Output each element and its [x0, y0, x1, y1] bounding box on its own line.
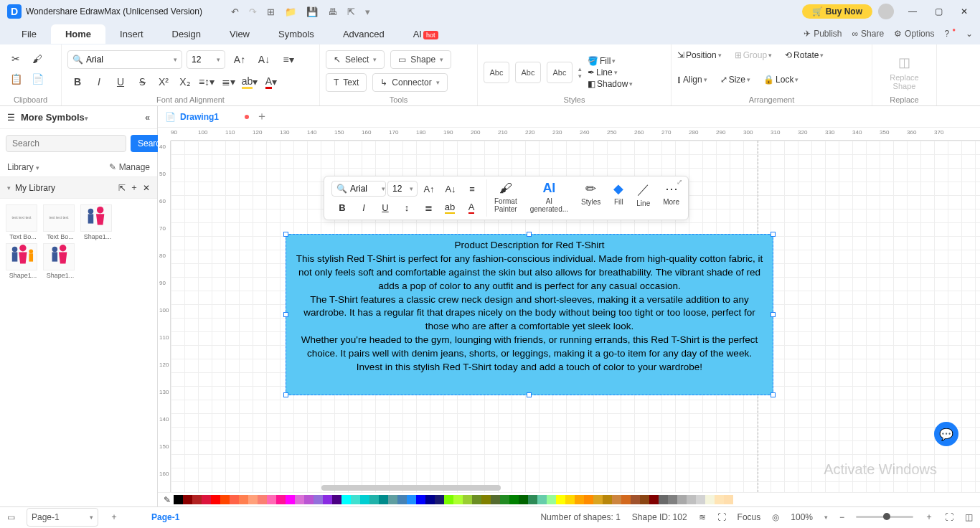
manage-button[interactable]: ✎ Manage: [109, 162, 150, 172]
new-tab-button[interactable]: ＋: [256, 109, 268, 124]
print-icon[interactable]: 🖶: [328, 6, 337, 17]
tab-file[interactable]: File: [7, 24, 51, 44]
color-swatch[interactable]: [547, 495, 556, 504]
add-page-button[interactable]: ＋: [110, 511, 118, 523]
style-preset-3[interactable]: Abc: [547, 62, 573, 83]
mylib-export-icon[interactable]: ⇱: [118, 183, 126, 193]
new-icon[interactable]: ⊞: [267, 6, 275, 17]
page-layout-icon[interactable]: ▭: [7, 512, 15, 522]
color-swatch[interactable]: [174, 495, 183, 504]
color-swatch[interactable]: [351, 495, 360, 504]
font-name-combo[interactable]: 🔍▾: [67, 50, 182, 69]
collapse-sidebar-icon[interactable]: «: [145, 113, 150, 123]
color-swatch[interactable]: [481, 495, 491, 504]
resize-handle[interactable]: [771, 392, 776, 397]
buy-now-button[interactable]: 🛒 Buy Now: [802, 4, 872, 19]
color-swatch[interactable]: [696, 495, 705, 504]
tab-home[interactable]: Home: [51, 24, 105, 44]
color-swatch[interactable]: [603, 495, 612, 504]
export-icon[interactable]: ⇱: [347, 6, 355, 17]
increase-font-icon[interactable]: A↑: [230, 51, 250, 68]
zoom-in-button[interactable]: ＋: [925, 511, 933, 523]
style-preset-2[interactable]: Abc: [515, 62, 541, 83]
float-inc-font-icon[interactable]: A↑: [419, 181, 439, 197]
user-avatar[interactable]: [878, 4, 894, 19]
float-format-painter[interactable]: 🖌Format Painter: [489, 179, 523, 214]
color-swatch[interactable]: [724, 495, 733, 504]
color-swatch[interactable]: [463, 495, 472, 504]
color-swatch[interactable]: [230, 495, 239, 504]
resize-handle[interactable]: [283, 312, 288, 317]
float-bullets-icon[interactable]: ≣: [418, 199, 438, 215]
mylib-collapse-icon[interactable]: ▾: [7, 184, 11, 192]
shape-item[interactable]: text text textText Bo...: [6, 204, 40, 240]
float-styles-button[interactable]: ✏Styles: [575, 179, 606, 207]
tab-symbols[interactable]: Symbols: [264, 24, 329, 44]
color-swatch[interactable]: [677, 495, 687, 504]
color-swatch[interactable]: [537, 495, 547, 504]
replace-shape-button[interactable]: ◫ Replace Shape: [890, 55, 918, 90]
text-tool[interactable]: T Text: [326, 73, 367, 92]
more-symbols-button[interactable]: More Symbols▾: [21, 112, 139, 123]
color-swatch[interactable]: [649, 495, 659, 504]
color-swatch[interactable]: [379, 495, 388, 504]
color-swatch[interactable]: [425, 495, 435, 504]
color-swatch[interactable]: [276, 495, 286, 504]
superscript-icon[interactable]: X²: [154, 73, 174, 90]
resize-handle[interactable]: [771, 232, 776, 237]
collapse-ribbon-icon[interactable]: ⌄: [966, 29, 973, 39]
float-underline-icon[interactable]: U: [375, 199, 395, 215]
color-swatch[interactable]: [435, 495, 444, 504]
color-swatch[interactable]: [659, 495, 668, 504]
color-swatch[interactable]: [519, 495, 528, 504]
color-swatch[interactable]: [407, 495, 416, 504]
symbol-search-input[interactable]: [6, 135, 126, 152]
resize-handle[interactable]: [527, 232, 532, 237]
float-align-icon[interactable]: ≡: [462, 181, 482, 197]
italic-icon[interactable]: I: [89, 73, 109, 90]
maximize-button[interactable]: ▢: [925, 0, 951, 23]
color-swatch[interactable]: [612, 495, 621, 504]
shape-item[interactable]: Shape1...: [80, 204, 115, 240]
color-swatch[interactable]: [584, 495, 593, 504]
float-font-input[interactable]: [350, 184, 379, 194]
align-text-icon[interactable]: ≡▾: [278, 51, 298, 68]
tab-ai[interactable]: AIhot: [399, 24, 453, 44]
color-swatch[interactable]: [202, 495, 211, 504]
color-swatch[interactable]: [258, 495, 267, 504]
color-swatch[interactable]: [286, 495, 295, 504]
color-swatch[interactable]: [491, 495, 500, 504]
share-button[interactable]: ∞ Share: [852, 29, 885, 39]
copy-icon[interactable]: 📋: [6, 70, 26, 88]
color-swatch[interactable]: [640, 495, 649, 504]
shape-item[interactable]: text text textText Bo...: [43, 204, 77, 240]
undo-icon[interactable]: ↶: [231, 6, 239, 17]
resize-handle[interactable]: [283, 392, 288, 397]
cut-icon[interactable]: ✂: [6, 50, 26, 67]
float-italic-icon[interactable]: I: [354, 199, 374, 215]
chat-help-button[interactable]: 💬: [934, 422, 958, 446]
style-down-icon[interactable]: ▾: [578, 72, 582, 80]
resize-handle[interactable]: [527, 392, 532, 397]
page-tab[interactable]: Page-1: [151, 512, 179, 522]
color-swatch[interactable]: [341, 495, 351, 504]
color-swatch[interactable]: [248, 495, 258, 504]
color-swatch[interactable]: [267, 495, 276, 504]
panels-icon[interactable]: ◫: [965, 512, 973, 522]
shadow-button[interactable]: ◧ Shadow▾: [588, 79, 633, 89]
library-dropdown[interactable]: Library ▾: [7, 162, 39, 172]
open-icon[interactable]: 📁: [285, 6, 296, 17]
decrease-font-icon[interactable]: A↓: [254, 51, 274, 68]
color-swatch[interactable]: [314, 495, 323, 504]
fit-page-icon[interactable]: ◎: [772, 512, 779, 522]
zoom-slider[interactable]: [856, 516, 913, 518]
canvas-grid[interactable]: ⤢ 🔍▾ ▾ A↑ A↓ ≡ B I U ↕: [171, 141, 980, 492]
position-button[interactable]: ⇲ Position▾: [677, 50, 722, 60]
mylib-close-icon[interactable]: ✕: [143, 183, 150, 193]
color-swatch[interactable]: [369, 495, 379, 504]
color-swatch[interactable]: [295, 495, 304, 504]
style-up-icon[interactable]: ▴: [578, 65, 582, 72]
options-button[interactable]: ⚙ Options: [894, 29, 934, 39]
fill-button[interactable]: 🪣 Fill▾: [588, 56, 633, 66]
redo-icon[interactable]: ↷: [249, 6, 257, 17]
